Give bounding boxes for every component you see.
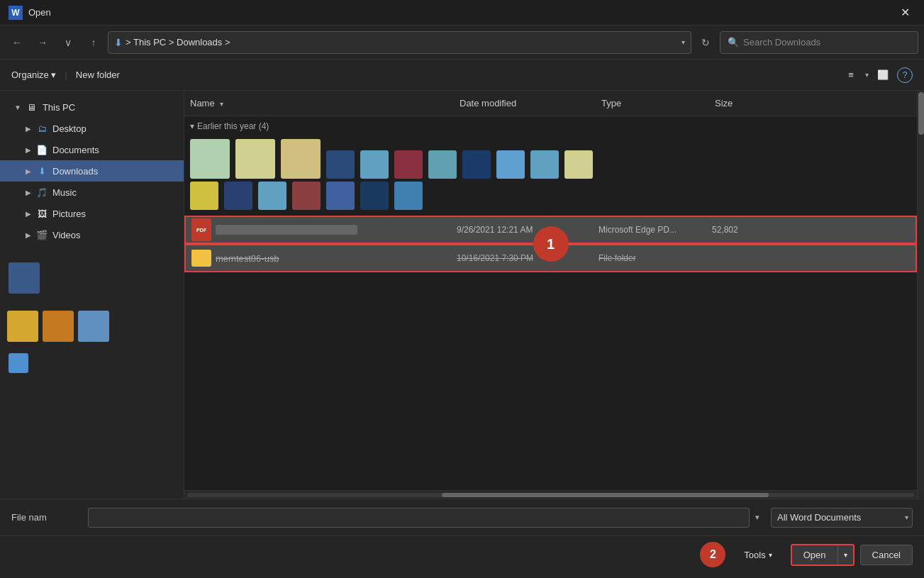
sidebar-item-downloads[interactable]: ▶ ⬇ Downloads xyxy=(0,160,184,182)
search-input[interactable] xyxy=(743,37,911,48)
sidebar-thumb-3 xyxy=(43,311,74,342)
file-thumb[interactable] xyxy=(326,182,355,210)
cancel-button[interactable]: Cancel xyxy=(860,545,913,565)
file-thumb[interactable] xyxy=(235,139,275,179)
file-thumb[interactable] xyxy=(428,150,457,179)
dropdown-button[interactable]: ∨ xyxy=(57,31,79,54)
documents-icon: 📄 xyxy=(35,143,48,156)
main-content: ▼ 🖥 This PC ▶ 🗂 Desktop ▶ 📄 Documents ▶ … xyxy=(0,91,924,499)
sidebar-bottom-item[interactable] xyxy=(0,348,184,379)
view-pane-button[interactable]: ⬜ xyxy=(873,65,893,85)
bottom-icon xyxy=(9,353,28,373)
footer: File nam ▾ All Word Documents ▾ 2 Tools … xyxy=(0,499,924,578)
file-name-label: File nam xyxy=(11,512,82,523)
chevron-icon: ▶ xyxy=(26,189,31,196)
view-list-button[interactable]: ≡ xyxy=(841,65,861,85)
sidebar-label-desktop: Desktop xyxy=(52,123,87,134)
section-chevron: ▾ xyxy=(190,121,194,131)
col-header-size[interactable]: Size xyxy=(715,98,786,109)
view-dropdown-arrow[interactable]: ▾ xyxy=(865,71,869,79)
pdf-icon: PDF xyxy=(191,218,211,241)
horizontal-scrollbar[interactable] xyxy=(184,490,917,499)
videos-icon: 🎬 xyxy=(35,228,48,241)
file-thumb[interactable] xyxy=(258,182,286,210)
section-earlier-this-year[interactable]: ▾ Earlier this year (4) xyxy=(184,116,917,136)
address-path: > This PC > Downloads > xyxy=(126,37,230,48)
file-cell-date-folder: 10/16/2021 7:30 PM xyxy=(457,253,599,263)
file-thumb[interactable] xyxy=(394,182,423,210)
close-button[interactable]: ✕ xyxy=(895,3,915,22)
file-thumb[interactable] xyxy=(326,150,355,179)
sidebar-thumbnails xyxy=(0,305,184,348)
col-header-date[interactable]: Date modified xyxy=(460,98,601,109)
icon-grid-row1 xyxy=(184,136,917,179)
sidebar-item-music[interactable]: ▶ 🎵 Music xyxy=(0,182,184,203)
sidebar-item-desktop[interactable]: ▶ 🗂 Desktop xyxy=(0,118,184,139)
refresh-button[interactable]: ↻ xyxy=(694,31,717,54)
music-icon: 🎵 xyxy=(35,186,48,199)
chevron-icon: ▼ xyxy=(14,104,21,111)
file-thumb[interactable] xyxy=(281,139,321,179)
open-button[interactable]: Open xyxy=(792,545,837,565)
open-dropdown-button[interactable]: ▾ xyxy=(837,545,853,565)
toolbar: ← → ∨ ↑ ⬇ > This PC > Downloads > ▾ ↻ 🔍 xyxy=(0,26,924,60)
file-thumb[interactable] xyxy=(360,150,389,179)
column-headers: Name ▾ Date modified Type Size xyxy=(184,91,917,116)
sidebar-item-pictures[interactable]: ▶ 🖼 Pictures xyxy=(0,203,184,224)
vertical-scrollbar[interactable] xyxy=(917,91,924,499)
scrollbar-thumb[interactable] xyxy=(442,493,769,497)
organize-button[interactable]: Organize ▾ xyxy=(11,70,56,80)
filename-dropdown-arrow[interactable]: ▾ xyxy=(755,513,759,522)
app-icon: W xyxy=(9,6,23,20)
footer-row1: File nam ▾ All Word Documents ▾ xyxy=(0,499,924,536)
file-row-pdf[interactable]: PDF 9/26/2021 12:21 AM Microsoft Edge PD… xyxy=(184,216,917,244)
up-button[interactable]: ↑ xyxy=(82,31,105,54)
file-thumb[interactable] xyxy=(394,150,423,179)
sidebar-label-videos: Videos xyxy=(52,230,81,240)
sidebar-label-documents: Documents xyxy=(52,145,99,155)
sort-icon: ▾ xyxy=(220,100,223,108)
sidebar-item-thispc[interactable]: ▼ 🖥 This PC xyxy=(0,96,184,118)
footer-row2: 2 Tools ▾ Open ▾ Cancel xyxy=(0,536,924,573)
desktop-icon: 🗂 xyxy=(35,122,48,135)
download-icon: ⬇ xyxy=(114,37,123,48)
annotation-circle-2: 2 xyxy=(700,542,725,567)
col-header-type[interactable]: Type xyxy=(601,98,715,109)
file-cell-date-pdf: 9/26/2021 12:21 AM xyxy=(457,225,599,235)
chevron-icon: ▶ xyxy=(26,231,31,239)
chevron-icon: ▶ xyxy=(26,210,31,218)
help-button[interactable]: ? xyxy=(897,67,913,83)
file-cell-type-folder: File folder xyxy=(599,253,712,263)
address-bar[interactable]: ⬇ > This PC > Downloads > ▾ xyxy=(108,31,691,54)
file-name-input[interactable] xyxy=(88,508,750,528)
sidebar-thumb-2 xyxy=(7,311,38,342)
sidebar-item-documents[interactable]: ▶ 📄 Documents xyxy=(0,139,184,160)
sidebar-item-videos[interactable]: ▶ 🎬 Videos xyxy=(0,224,184,245)
file-cell-type-pdf: Microsoft Edge PD... xyxy=(599,225,712,235)
pictures-icon: 🖼 xyxy=(35,207,48,220)
search-bar[interactable]: 🔍 xyxy=(720,31,918,54)
sidebar-label-music: Music xyxy=(52,187,77,198)
col-header-name[interactable]: Name ▾ xyxy=(190,98,460,109)
new-folder-button[interactable]: New folder xyxy=(76,70,120,80)
sidebar-thumb-1 xyxy=(9,262,40,294)
file-type-select[interactable]: All Word Documents xyxy=(771,508,913,528)
file-thumb[interactable] xyxy=(190,139,230,179)
file-name-blurred xyxy=(216,225,357,235)
chevron-icon: ▶ xyxy=(26,125,31,133)
file-thumb[interactable] xyxy=(224,182,252,210)
address-dropdown-arrow[interactable]: ▾ xyxy=(681,38,685,46)
file-thumb[interactable] xyxy=(564,150,593,179)
file-thumb[interactable] xyxy=(360,182,389,210)
file-thumb[interactable] xyxy=(530,150,559,179)
v-scrollbar-thumb[interactable] xyxy=(918,92,924,135)
action-bar: Organize ▾ | New folder ≡ ▾ ⬜ ? xyxy=(0,60,924,91)
back-button[interactable]: ← xyxy=(6,31,28,54)
file-thumb[interactable] xyxy=(496,150,525,179)
file-thumb[interactable] xyxy=(462,150,491,179)
file-thumb[interactable] xyxy=(292,182,321,210)
tools-button[interactable]: Tools ▾ xyxy=(737,545,779,565)
file-thumb[interactable] xyxy=(190,182,218,210)
file-type-wrapper: All Word Documents ▾ xyxy=(771,508,913,528)
forward-button[interactable]: → xyxy=(31,31,54,54)
